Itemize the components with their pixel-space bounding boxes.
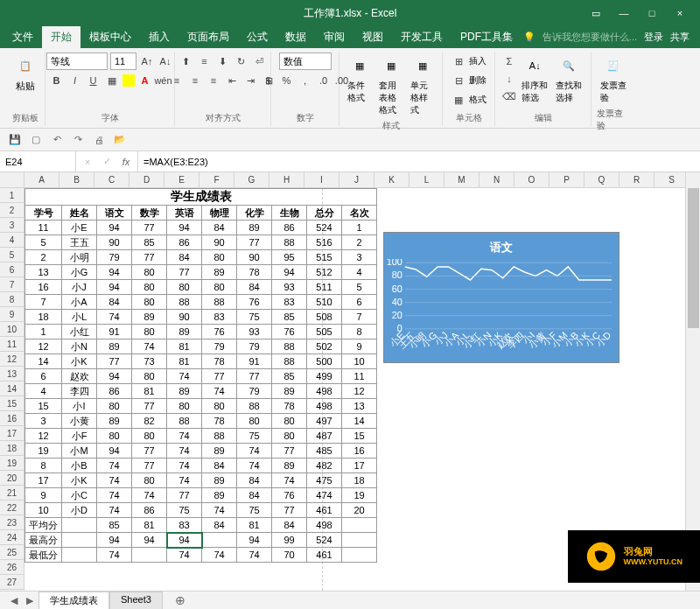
cell[interactable]: 74 [97, 488, 132, 503]
cell[interactable]: 74 [132, 340, 167, 354]
cell[interactable]: 80 [202, 399, 237, 414]
cell[interactable]: 85 [272, 369, 307, 384]
cell[interactable]: 79 [237, 384, 272, 399]
cell[interactable]: 最高分 [25, 533, 62, 548]
cell[interactable]: 75 [237, 310, 272, 325]
cell[interactable]: 88 [272, 235, 307, 250]
cell[interactable]: 79 [202, 340, 237, 354]
tab-开发工具[interactable]: 开发工具 [392, 26, 452, 48]
cell[interactable]: 12 [25, 429, 62, 444]
cell[interactable] [202, 533, 237, 548]
cell[interactable]: 王五 [62, 235, 97, 250]
cell[interactable]: 80 [132, 473, 167, 488]
cell[interactable]: 80 [132, 325, 167, 340]
cell[interactable]: 80 [202, 280, 237, 295]
cell[interactable]: 74 [202, 384, 237, 399]
cell[interactable]: 14 [25, 354, 62, 369]
row-header[interactable]: 8 [0, 292, 24, 307]
cell[interactable]: 赵欢 [62, 369, 97, 384]
cell[interactable]: 500 [307, 354, 342, 369]
comma-icon[interactable]: , [298, 73, 313, 88]
cell[interactable]: 84 [202, 458, 237, 473]
cell[interactable]: 81 [167, 340, 202, 354]
cell[interactable]: 11 [25, 220, 62, 235]
cell[interactable]: 18 [342, 473, 377, 488]
cell[interactable]: 李四 [62, 384, 97, 399]
cell[interactable]: 80 [237, 414, 272, 429]
underline-icon[interactable]: U [86, 73, 102, 88]
cell[interactable]: 英语 [167, 206, 202, 220]
cell[interactable]: 74 [97, 458, 132, 473]
cell[interactable]: 84 [272, 518, 307, 533]
align-middle-icon[interactable]: ≡ [197, 53, 213, 69]
col-header[interactable]: P [550, 172, 584, 187]
cell[interactable] [342, 533, 377, 548]
row-header[interactable]: 26 [0, 560, 24, 575]
cell[interactable]: 84 [97, 295, 132, 310]
cell[interactable]: 74 [167, 369, 202, 384]
table-title[interactable]: 学生成绩表 [25, 189, 377, 206]
cell[interactable]: 94 [237, 533, 272, 548]
col-header[interactable]: A [24, 172, 60, 187]
cell[interactable]: 524 [307, 533, 342, 548]
row-header[interactable]: 21 [0, 486, 24, 500]
cell[interactable]: 77 [97, 354, 132, 369]
cell[interactable]: 94 [97, 444, 132, 458]
tab-公式[interactable]: 公式 [238, 26, 276, 48]
enter-icon[interactable]: ✓ [99, 154, 115, 170]
cell[interactable]: 89 [202, 265, 237, 280]
cell[interactable]: 15 [25, 399, 62, 414]
cell[interactable]: 小K [62, 473, 97, 488]
cell[interactable]: 89 [202, 488, 237, 503]
cell[interactable]: 84 [237, 488, 272, 503]
cell[interactable]: 74 [132, 488, 167, 503]
cell[interactable]: 77 [132, 444, 167, 458]
cell[interactable]: 3 [342, 250, 377, 265]
sheet-tab[interactable]: 学生成绩表 [38, 592, 109, 609]
col-header[interactable]: O [514, 172, 550, 187]
cell[interactable]: 474 [307, 488, 342, 503]
cell[interactable]: 74 [202, 503, 237, 518]
cell[interactable]: 74 [167, 429, 202, 444]
cell[interactable]: 89 [97, 414, 132, 429]
cell[interactable]: 2 [342, 235, 377, 250]
italic-icon[interactable]: I [67, 73, 83, 88]
cell[interactable]: 89 [272, 458, 307, 473]
cell[interactable]: 88 [167, 295, 202, 310]
row-header[interactable]: 15 [0, 396, 24, 411]
row-header[interactable]: 20 [0, 471, 24, 486]
border-icon[interactable]: ▦ [104, 73, 120, 88]
undo-icon[interactable]: ↶ [49, 132, 65, 148]
cell[interactable]: 80 [132, 280, 167, 295]
cell[interactable]: 77 [132, 250, 167, 265]
cell[interactable]: 511 [307, 280, 342, 295]
row-header[interactable]: 25 [0, 545, 24, 560]
cell[interactable]: 81 [167, 354, 202, 369]
cell[interactable]: 18 [25, 310, 62, 325]
col-header[interactable]: H [270, 172, 304, 187]
col-header[interactable]: E [164, 172, 200, 187]
row-header[interactable]: 6 [0, 262, 24, 277]
cell[interactable]: 83 [272, 295, 307, 310]
cell[interactable]: 14 [342, 414, 377, 429]
cell[interactable] [62, 533, 97, 548]
invoice-check-button[interactable]: 🧾发票查验 [597, 52, 630, 106]
cell[interactable]: 91 [237, 354, 272, 369]
cell[interactable]: 80 [272, 429, 307, 444]
redo-icon[interactable]: ↷ [70, 132, 86, 148]
cell[interactable]: 74 [237, 444, 272, 458]
cell[interactable]: 498 [307, 384, 342, 399]
cell[interactable]: 94 [97, 220, 132, 235]
cell[interactable]: 475 [307, 473, 342, 488]
cell[interactable]: 5 [342, 280, 377, 295]
clear-icon[interactable]: ⌫ [501, 88, 517, 104]
cell[interactable]: 86 [132, 503, 167, 518]
cell[interactable]: 73 [132, 354, 167, 369]
format-cells-icon[interactable]: ▦ [451, 92, 466, 108]
cell[interactable]: 510 [307, 295, 342, 310]
cell[interactable]: 17 [25, 473, 62, 488]
cell[interactable]: 505 [307, 325, 342, 340]
cell[interactable]: 小M [62, 444, 97, 458]
cell[interactable]: 16 [342, 444, 377, 458]
cell[interactable]: 小G [62, 265, 97, 280]
